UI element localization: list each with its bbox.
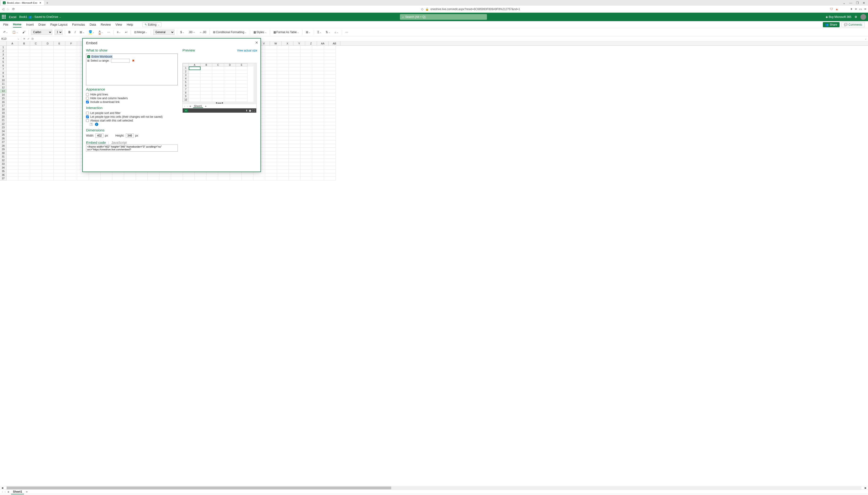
cell[interactable] — [312, 162, 324, 166]
entire-workbook-option[interactable]: x Entire Workbook — [87, 55, 176, 58]
cell[interactable] — [65, 57, 77, 61]
cell[interactable] — [324, 108, 336, 112]
pv-cell[interactable] — [236, 84, 248, 88]
cell[interactable] — [312, 97, 324, 100]
shield-icon[interactable]: 🛡 — [830, 7, 833, 11]
styles-button[interactable]: ▦ Styles⌄ — [253, 30, 268, 34]
pv-cell[interactable] — [212, 81, 224, 84]
cell[interactable] — [65, 75, 77, 79]
cell[interactable] — [265, 137, 277, 140]
cell[interactable] — [30, 122, 42, 126]
cell[interactable] — [277, 71, 289, 75]
cell[interactable] — [54, 140, 65, 144]
cell[interactable] — [265, 148, 277, 151]
cell[interactable] — [265, 173, 277, 177]
start-cell-input[interactable] — [90, 123, 92, 126]
close-dialog-icon[interactable]: ✕ — [255, 40, 258, 45]
cell[interactable] — [289, 53, 301, 57]
cell[interactable] — [312, 46, 324, 49]
cell[interactable] — [301, 64, 312, 68]
cell[interactable] — [312, 89, 324, 93]
select-range-option[interactable]: ⊞ Select a range: ✖ — [87, 58, 176, 63]
cell[interactable] — [6, 86, 18, 89]
url-field[interactable]: 🔒 onedrive.live.com/edit.aspx?resid=6C68… — [425, 7, 828, 11]
row-header[interactable]: 20 — [0, 115, 6, 119]
cell[interactable] — [54, 111, 65, 115]
cell[interactable] — [30, 148, 42, 151]
pv-cell[interactable] — [201, 98, 212, 102]
cell[interactable] — [277, 144, 289, 148]
pv-col-header[interactable]: D — [224, 63, 236, 67]
cell[interactable] — [277, 166, 289, 170]
cell[interactable] — [265, 57, 277, 61]
cell[interactable] — [6, 166, 18, 170]
cell[interactable] — [324, 93, 336, 97]
cell[interactable] — [312, 60, 324, 64]
cell[interactable] — [265, 86, 277, 89]
cell[interactable] — [324, 53, 336, 57]
cell[interactable] — [18, 118, 30, 122]
cell[interactable] — [6, 126, 18, 130]
cell[interactable] — [312, 130, 324, 133]
cell[interactable] — [324, 169, 336, 173]
cell[interactable] — [89, 173, 101, 177]
cell[interactable] — [6, 79, 18, 82]
row-header[interactable]: 34 — [0, 166, 6, 170]
cell[interactable] — [301, 173, 312, 177]
cell[interactable] — [30, 111, 42, 115]
cell[interactable] — [30, 173, 42, 177]
cell[interactable] — [324, 100, 336, 104]
cell[interactable] — [101, 173, 113, 177]
cell[interactable] — [65, 71, 77, 75]
cell[interactable] — [265, 169, 277, 173]
pv-row-header[interactable]: 2 — [183, 70, 189, 73]
tab-view[interactable]: View — [116, 22, 122, 27]
cell[interactable] — [277, 97, 289, 100]
cell[interactable] — [265, 67, 277, 71]
cell[interactable] — [42, 93, 54, 97]
pv-cell[interactable] — [201, 88, 212, 91]
pv-cell[interactable] — [189, 81, 201, 84]
cell[interactable] — [277, 111, 289, 115]
cell[interactable] — [312, 140, 324, 144]
cell[interactable] — [265, 118, 277, 122]
cell[interactable] — [312, 177, 324, 181]
cell[interactable] — [54, 137, 65, 140]
cell[interactable] — [18, 173, 30, 177]
cell[interactable] — [30, 53, 42, 57]
cell[interactable] — [265, 71, 277, 75]
cell[interactable] — [289, 173, 301, 177]
cell[interactable] — [324, 140, 336, 144]
cell[interactable] — [312, 79, 324, 82]
pv-fullscreen-icon[interactable]: ⛶ — [253, 109, 255, 112]
cell[interactable] — [301, 89, 312, 93]
cell[interactable] — [18, 86, 30, 89]
extensions-icon[interactable]: ✦ — [850, 7, 853, 11]
cell[interactable] — [30, 162, 42, 166]
cell[interactable] — [6, 60, 18, 64]
cell[interactable] — [30, 137, 42, 140]
cell[interactable] — [42, 169, 54, 173]
col-header[interactable]: C — [30, 41, 42, 45]
cell[interactable] — [312, 173, 324, 177]
cell[interactable] — [277, 104, 289, 108]
cell[interactable] — [324, 151, 336, 155]
pv-cell[interactable] — [236, 88, 248, 91]
cell[interactable] — [277, 60, 289, 64]
cell[interactable] — [42, 166, 54, 170]
cell[interactable] — [289, 100, 301, 104]
cell[interactable] — [54, 67, 65, 71]
pv-col-header[interactable]: E — [236, 63, 248, 67]
clipboard-button[interactable]: 📋⌄ — [11, 30, 19, 34]
row-header[interactable]: 35 — [0, 169, 6, 173]
buy-link[interactable]: ◈ Buy Microsoft 365 — [826, 15, 851, 19]
row-header[interactable]: 9 — [0, 75, 6, 79]
cell[interactable] — [183, 173, 195, 177]
cell[interactable] — [6, 159, 18, 163]
cell[interactable] — [301, 118, 312, 122]
row-header[interactable]: 17 — [0, 104, 6, 108]
cell[interactable] — [6, 111, 18, 115]
cell[interactable] — [301, 115, 312, 119]
cell[interactable] — [289, 151, 301, 155]
cell[interactable] — [18, 108, 30, 112]
